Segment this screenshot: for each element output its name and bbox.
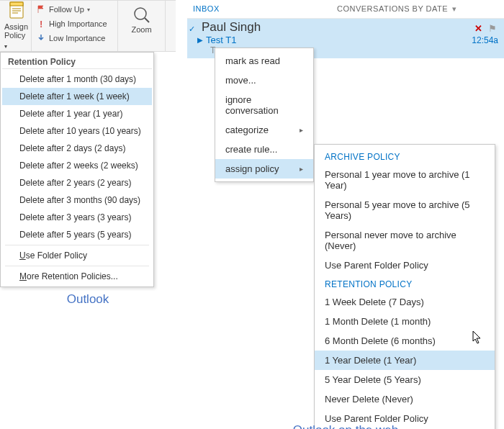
retention-item[interactable]: Delete after 5 years (5 years) — [2, 226, 152, 243]
chevron-down-icon: ▾ — [449, 4, 456, 13]
follow-up-button[interactable]: Follow Up ▾ — [35, 2, 114, 17]
retention-item[interactable]: Delete after 10 years (10 years) — [2, 122, 152, 140]
chevron-right-icon: ▸ — [300, 126, 303, 134]
retention-policy-item[interactable]: 1 Week Delete (7 Days) — [315, 292, 495, 312]
ctx-move[interactable]: move... — [215, 71, 313, 90]
assign-policy-icon — [7, 1, 26, 22]
owa-panel: INBOX CONVERSATIONS BY DATE ▾ ✓ Paul Sin… — [187, 0, 504, 59]
menu-separator — [5, 266, 149, 266]
expand-caret-icon[interactable]: ▶ — [197, 36, 203, 44]
high-importance-button[interactable]: ! High Importance — [35, 17, 114, 31]
ribbon: Assign Policy ▾ Follow Up ▾ ! High Impor… — [0, 0, 176, 52]
message-subject: Test T1 — [206, 35, 472, 45]
flag-icon — [36, 4, 46, 14]
archive-policy-header: ARCHIVE POLICY — [315, 148, 495, 165]
owa-list-header: INBOX CONVERSATIONS BY DATE ▾ — [187, 0, 504, 19]
svg-line-7 — [145, 18, 149, 22]
retention-item[interactable]: Delete after 3 years (3 years) — [2, 209, 152, 226]
ribbon-group-zoom: Zoom — [118, 1, 166, 51]
ctx-categorize[interactable]: categorize▸ — [215, 120, 313, 140]
low-importance-icon — [36, 33, 46, 43]
archive-policy-item[interactable]: Personal 1 year move to archive (1 Year) — [315, 165, 495, 195]
menu-separator — [5, 245, 149, 245]
ctx-assign-policy[interactable]: assign policy▸ — [215, 159, 313, 179]
retention-item[interactable]: Delete after 3 months (90 days) — [2, 191, 152, 209]
zoom-label: Zoom — [131, 25, 151, 34]
assign-policy-button[interactable]: Assign Policy ▾ — [3, 0, 30, 53]
ribbon-group-tags: Follow Up ▾ ! High Importance Low Import… — [32, 1, 118, 51]
low-importance-button[interactable]: Low Importance — [35, 31, 114, 45]
retention-policy-item[interactable]: 6 Month Delete (6 months) — [315, 331, 495, 351]
assign-policy-label-2: Policy ▾ — [4, 31, 28, 51]
assign-policy-label-1: Assign — [4, 22, 28, 31]
retention-item[interactable]: Delete after 2 years (2 years) — [2, 174, 152, 191]
more-retention-policies-item[interactable]: More Retention Policies... — [2, 268, 152, 285]
retention-item[interactable]: Delete after 2 weeks (2 weeks) — [2, 157, 152, 174]
retention-policy-item[interactable]: Never Delete (Never) — [315, 389, 495, 409]
inbox-label: INBOX — [193, 4, 337, 14]
zoom-icon — [132, 5, 152, 25]
ctx-create-rule[interactable]: create rule... — [215, 140, 313, 159]
use-folder-policy-item[interactable]: Use Folder Policy — [2, 247, 152, 264]
retention-item[interactable]: Delete after 1 year (1 year) — [2, 105, 152, 122]
high-importance-label: High Importance — [49, 19, 107, 28]
check-icon: ✓ — [189, 24, 195, 34]
retention-policy-item[interactable]: 5 Year Delete (5 Years) — [315, 370, 495, 389]
ctx-mark-as-read[interactable]: mark as read — [215, 51, 313, 71]
low-importance-label: Low Importance — [49, 34, 105, 42]
archive-policy-item[interactable]: Use Parent Folder Policy — [315, 256, 495, 275]
retention-item[interactable]: Delete after 1 month (30 days) — [2, 71, 152, 88]
retention-policy-header: RETENTION POLICY — [315, 275, 495, 292]
archive-policy-item[interactable]: Personal 5 year move to archive (5 Years… — [315, 195, 495, 225]
outlook-caption: Outlook — [0, 292, 176, 307]
high-importance-icon: ! — [36, 19, 46, 29]
message-time: 12:54a — [472, 35, 498, 45]
ctx-ignore[interactable]: ignore conversation — [215, 90, 313, 120]
retention-policy-item[interactable]: 1 Month Delete (1 month) — [315, 312, 495, 331]
ribbon-group-assign: Assign Policy ▾ — [0, 1, 32, 51]
delete-icon[interactable]: ✕ — [474, 23, 482, 34]
retention-item[interactable]: Delete after 1 week (1 week) — [2, 88, 152, 105]
owa-caption: Outlook on the web — [187, 423, 504, 429]
sort-dropdown[interactable]: CONVERSATIONS BY DATE ▾ — [337, 4, 456, 14]
chevron-right-icon: ▸ — [300, 165, 303, 173]
message-from: Paul Singh — [194, 20, 498, 35]
assign-policy-submenu: ARCHIVE POLICY Personal 1 year move to a… — [314, 144, 495, 429]
context-menu: mark as read move... ignore conversation… — [215, 48, 314, 182]
zoom-button[interactable]: Zoom — [131, 2, 151, 34]
svg-text:!: ! — [40, 19, 42, 29]
archive-policy-item[interactable]: Personal never move to archive (Never) — [315, 225, 495, 256]
outlook-desktop-panel: Assign Policy ▾ Follow Up ▾ ! High Impor… — [0, 0, 176, 52]
svg-rect-1 — [10, 2, 23, 6]
retention-policy-item[interactable]: 1 Year Delete (1 Year) — [315, 351, 495, 370]
svg-point-6 — [135, 8, 146, 19]
retention-menu-header: Retention Policy — [2, 54, 152, 69]
retention-item[interactable]: Delete after 2 days (2 days) — [2, 140, 152, 157]
retention-policy-menu: Retention Policy Delete after 1 month (3… — [0, 52, 154, 287]
flag-icon[interactable]: ⚑ — [488, 23, 497, 34]
follow-up-label: Follow Up — [49, 5, 84, 14]
